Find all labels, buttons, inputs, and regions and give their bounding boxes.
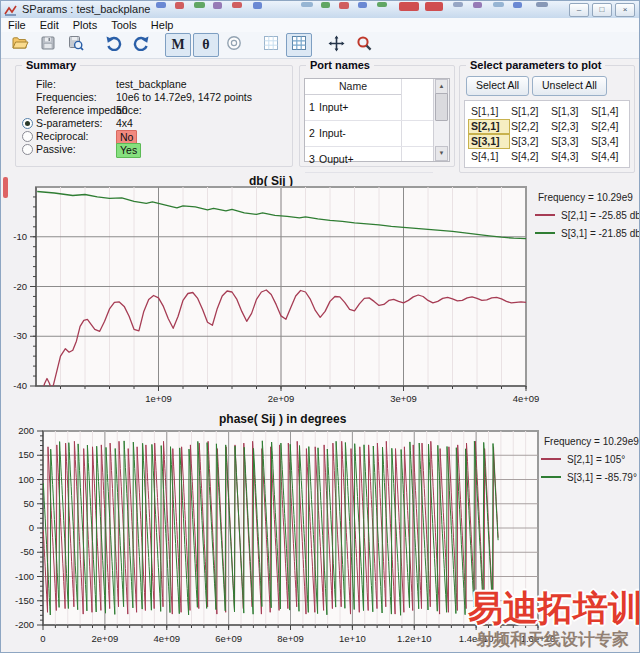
port-row[interactable]: 1Input+ — [305, 94, 433, 121]
sparam-cell-s44[interactable]: S[4,4] — [589, 150, 629, 163]
toolbar-save-button[interactable] — [35, 33, 61, 57]
maximize-button[interactable]: □ — [592, 3, 612, 17]
legend-swatch — [535, 214, 555, 216]
decoration-fragment — [175, 2, 184, 9]
toolbar-redo-button[interactable] — [128, 33, 154, 57]
decoration-fragment — [513, 2, 522, 8]
summary-radio-row: S-parameters:4x4 — [36, 117, 288, 130]
port-number: 3 — [309, 153, 315, 165]
port-row[interactable]: 3Ouput+ — [305, 146, 433, 173]
scrollbar-up-arrow[interactable]: ▲ — [435, 79, 448, 94]
menu-help[interactable]: Help — [144, 18, 181, 32]
toolbar-pan-button[interactable] — [323, 33, 349, 57]
port-number: 2 — [309, 127, 315, 139]
radio-reciprocal[interactable] — [22, 131, 33, 142]
svg-text:100: 100 — [18, 474, 34, 485]
app-window: SParams : test_backplane ‒□× FileEditPlo… — [0, 0, 640, 653]
legend-entry-31: S[3,1] = -21.85 db — [535, 224, 640, 242]
legend-entry-text: S[2,1] = -25.85 db — [561, 210, 640, 221]
svg-text:1e+09: 1e+09 — [145, 393, 172, 404]
sparam-cell-s11[interactable]: S[1,1] — [469, 105, 509, 118]
port-names-group: Port names Name 1Input+2Input-3Ouput+ ▲ … — [299, 65, 455, 167]
save-icon — [40, 35, 56, 55]
sparam-cell-s43[interactable]: S[4,3] — [549, 150, 589, 163]
toolbar-save-report-button[interactable] — [63, 33, 89, 57]
sparam-cell-s42[interactable]: S[4,2] — [509, 150, 549, 163]
legend-swatch — [541, 476, 561, 478]
svg-text:3e+09: 3e+09 — [390, 393, 417, 404]
radio-passive[interactable] — [22, 144, 33, 155]
save-search-icon — [68, 35, 84, 55]
close-button[interactable]: × — [615, 3, 635, 17]
port-table-scrollbar[interactable]: ▲ ▼ — [433, 79, 449, 161]
summary-row-value: 10e6 to 14.72e9, 1472 points — [116, 91, 252, 104]
toolbar-magnitude-label: M — [171, 38, 184, 52]
sparam-cell-s33[interactable]: S[3,3] — [549, 135, 589, 148]
select-parameters-group: Select parameters to plot Select AllUnse… — [459, 65, 635, 173]
toolbar-grid-button[interactable] — [286, 33, 312, 57]
decoration-fragment — [358, 2, 367, 8]
sparam-cell-s22[interactable]: S[2,2] — [509, 120, 549, 133]
svg-text:1e+10: 1e+10 — [339, 633, 366, 644]
menu-plots[interactable]: Plots — [66, 18, 104, 32]
minimize-button[interactable]: ‒ — [569, 3, 589, 17]
svg-text:-40: -40 — [13, 380, 27, 391]
grid-icon — [291, 35, 307, 55]
summary-row-value: test_backplane — [116, 78, 187, 91]
port-name: Input+ — [319, 101, 349, 113]
menu-edit[interactable]: Edit — [33, 18, 66, 32]
unselect-all-button[interactable]: Unselect All — [532, 76, 607, 96]
sparam-cell-s31[interactable]: S[3,1] — [468, 134, 510, 149]
sparam-cell-s21[interactable]: S[2,1] — [468, 119, 510, 134]
toolbar-open-button[interactable] — [7, 33, 33, 57]
sparam-cell-s32[interactable]: S[3,2] — [509, 135, 549, 148]
menu-tools[interactable]: Tools — [104, 18, 144, 32]
sparam-cell-s12[interactable]: S[1,2] — [509, 105, 549, 118]
menu-file[interactable]: File — [1, 18, 33, 32]
decoration-fragment — [473, 2, 482, 8]
toolbar-smith-button[interactable] — [221, 33, 247, 57]
summary-radio-label: S-parameters: — [36, 117, 103, 129]
decoration-fragment — [339, 2, 349, 9]
sparam-cell-s14[interactable]: S[1,4] — [589, 105, 629, 118]
sparam-cell-s24[interactable]: S[2,4] — [589, 120, 629, 133]
sparam-grid: S[1,1]S[1,2]S[1,3]S[1,4]S[2,1]S[2,2]S[2,… — [464, 100, 630, 168]
decoration-fragment — [493, 2, 504, 7]
legend-entry-31: S[3,1] = -85.79° — [541, 468, 639, 486]
decoration-fragment — [399, 2, 419, 11]
db-plot-legend: Frequency = 10.29e9S[2,1] = -25.85 dbS[3… — [535, 188, 640, 242]
port-row[interactable]: 2Input- — [305, 120, 433, 147]
svg-text:-50: -50 — [20, 546, 34, 557]
summary-row-label: Frequencies: — [36, 91, 97, 103]
toolbar-phase-button[interactable]: θ — [193, 33, 219, 57]
sparam-cell-s41[interactable]: S[4,1] — [469, 150, 509, 163]
menu-bar: FileEditPlotsToolsHelp — [1, 18, 639, 33]
toolbar-zoom-button[interactable] — [351, 33, 377, 57]
scrollbar-down-arrow[interactable]: ▼ — [435, 146, 448, 161]
window-title: SParams : test_backplane — [22, 3, 150, 15]
toolbar-phase-label: θ — [202, 38, 209, 52]
svg-text:0: 0 — [29, 522, 34, 533]
port-names-table: Name 1Input+2Input-3Ouput+ ▲ ▼ — [304, 78, 450, 162]
toolbar-undo-button[interactable] — [100, 33, 126, 57]
decoration-fragment — [232, 2, 242, 8]
sparam-cell-s13[interactable]: S[1,3] — [549, 105, 589, 118]
summary-row: Reference impedance:50 — [36, 104, 288, 117]
decoration-fragment — [321, 2, 330, 8]
toolbar-grid-fine-button[interactable] — [258, 33, 284, 57]
svg-text:4e+09: 4e+09 — [513, 393, 540, 404]
summary-row-value: 50 — [116, 104, 128, 117]
radio-sparameters[interactable] — [22, 118, 33, 129]
toolbar-magnitude-button[interactable]: M — [165, 33, 191, 57]
legend-frequency: Frequency = 10.29e9 — [541, 432, 639, 450]
sparam-cell-s34[interactable]: S[3,4] — [589, 135, 629, 148]
sparam-cell-s23[interactable]: S[2,3] — [549, 120, 589, 133]
app-icon — [4, 3, 17, 16]
select-all-button[interactable]: Select All — [466, 76, 529, 96]
decoration-fragment — [253, 2, 262, 9]
scrollbar-thumb[interactable] — [435, 93, 448, 121]
legend-entry-text: S[3,1] = -21.85 db — [561, 228, 640, 239]
folder-open-icon — [12, 35, 29, 55]
svg-text:-10: -10 — [13, 231, 27, 242]
svg-text:6e+09: 6e+09 — [215, 633, 242, 644]
